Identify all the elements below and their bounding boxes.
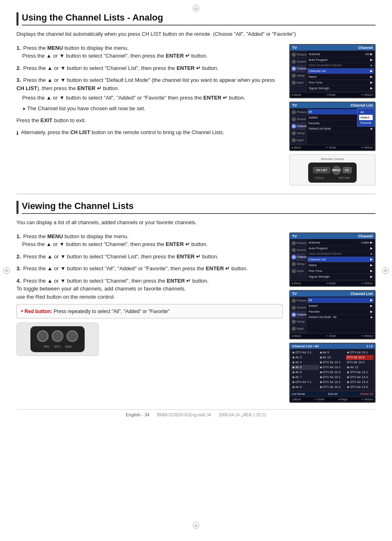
cl-item: ◈ Air 8 <box>291 385 319 390</box>
s2-step1-num: 1. <box>16 233 21 239</box>
cl-item: ◈ DTV Air 10-3 <box>319 370 346 375</box>
tv-screen2: TV Channel List Picture Sound Channel Se… <box>289 102 376 151</box>
reg-mark-right: ⊕ <box>382 267 389 274</box>
tv1-picture: Picture <box>291 51 305 58</box>
tv3-antenna: Antenna: Cable ▶ <box>307 240 374 246</box>
tv3-footer: ♦ Move↵Enter↩ Return <box>290 281 375 286</box>
tv2-popup-all: All <box>359 109 373 115</box>
tv3-header: TV Channel <box>290 233 375 239</box>
note-label: Red button: <box>25 309 52 314</box>
s2-step2-line1: Press the ▲ or ▼ button to select "Chann… <box>23 253 218 260</box>
tv1-channel-list: Channel List▶ <box>307 68 374 74</box>
step1-num: 1. <box>16 45 21 51</box>
section2-steps: 1. Press the MENU button to display the … <box>16 232 283 403</box>
section1-title: Using the Channel Lists - Analog <box>22 12 376 26</box>
cl-item: DTV Air 10-2 <box>346 355 374 360</box>
tv2-input: Input <box>291 137 305 144</box>
section2-desc: You can display a list of all channels, … <box>16 219 376 227</box>
cl-mode-row: List Mode Add All Delete All <box>290 391 375 397</box>
tv1-header: TV Channel <box>290 45 375 51</box>
tv2-sidebar: Picture Sound Channel Setup Input All▶ A… <box>290 108 375 145</box>
cl-item: ◈ DTV Air 10-2 <box>319 380 346 385</box>
cl-item: ◈ Air 12 <box>346 365 374 370</box>
section1-step2: 2. Press the ▲ or ▼ button to select "Ch… <box>16 64 283 72</box>
tv4-left: Picture Sound Channel Setup Input <box>290 297 307 333</box>
tv1-fine-tune: Fine Tune▶ <box>307 80 374 86</box>
tv2-sound: Sound <box>291 116 305 123</box>
section2-step2: 2. Press the ▲ or ▼ button to select "Ch… <box>16 253 283 261</box>
tv1-title: TV <box>292 46 297 50</box>
tv1-name: Name▶ <box>307 74 374 80</box>
tv4-channel: Channel <box>291 311 305 318</box>
section-divider <box>16 194 376 194</box>
section2-step3: 3. Press the ▲ or ▼ button to select "Al… <box>16 265 283 273</box>
tv2-picture: Picture <box>291 109 305 116</box>
tv-screen1: TV Channel Picture Sound Channel Setup I… <box>289 44 376 98</box>
cl-item: ◈ DTV Air 10-2 <box>319 365 346 370</box>
tv-screen3: TV Channel Picture Sound Channel Setup I… <box>289 232 376 287</box>
tv4-sidebar: Picture Sound Channel Setup Input All▶ A… <box>290 297 375 333</box>
cl-list-mode: List Mode <box>292 392 305 396</box>
step2-num: 2. <box>16 65 21 71</box>
tv-screen4: TV Channel List Picture Sound Channel Se… <box>289 290 376 339</box>
cl-title: Channel List / All <box>292 344 319 348</box>
cl-item: ◈ DTV Air 10-3 <box>319 385 346 390</box>
section1-header: Using the Channel Lists - Analog <box>16 12 376 26</box>
tv2-default-mode: Default List Mode▶ <box>307 126 374 132</box>
tv3-setup: Setup <box>291 261 305 268</box>
tv2-setup: Setup <box>291 130 305 137</box>
s2-step1-line1: Press the MENU button to display the men… <box>23 233 129 239</box>
tv2-popup: All Added Favorite <box>357 108 375 127</box>
tv3-input: Input <box>291 268 305 275</box>
tv1-setup: Setup <box>291 72 305 79</box>
section2-header: Viewing the Channel Lists <box>16 201 376 214</box>
cl-grid: ◈ DTV Air 2-1 ◈ Air 9 ◈ DTV Air 10-1 ◈ A… <box>290 349 375 391</box>
step3-arrow: The Channel list you have chosen will no… <box>22 104 283 113</box>
cl-item: ◈ Air 9 <box>319 350 346 355</box>
cl-item: ◈ Air 5 <box>291 365 319 370</box>
tv2-popup-favorite: Favorite <box>359 120 373 125</box>
section2-screenshots: TV Channel Picture Sound Channel Setup I… <box>289 232 376 403</box>
tv4-footer: ♦ Move↵ Enter↩ Return <box>290 333 375 339</box>
tv3-left: Picture Sound Channel Setup Input <box>290 239 307 281</box>
tv1-footer: ♦ Move↵Enter↩ Return <box>290 92 375 98</box>
cl-footer: ◇Move↵ Enter♦ Page↩ Return <box>290 397 375 402</box>
tv3-auto-prog: Auto Program▶ <box>307 246 374 251</box>
tv3-clear-scramble: Clear Scrambled Channel▶ <box>307 251 374 257</box>
section1-step1: 1. Press the MENU button to display the … <box>16 44 283 60</box>
s2-step1-line2: Press the ▲ or ▼ button to select "Chann… <box>22 241 208 247</box>
tv4-setup: Setup <box>291 318 305 325</box>
tv1-input: Input <box>291 79 305 86</box>
section1-note: ℹ Alternately, press the CH LIST button … <box>16 129 283 137</box>
s2-step3-text: Press the ▲ or ▼ button to select "All",… <box>23 265 247 272</box>
tv2-left: Picture Sound Channel Setup Input <box>290 108 307 145</box>
s2-step2-num: 2. <box>16 253 21 260</box>
tv4-sound: Sound <box>291 304 305 311</box>
tv2-popup-added: Added <box>359 115 373 120</box>
s2-step4-text: Press the ▲ or ▼ button to select "Chann… <box>16 278 209 300</box>
tv1-auto-prog: Auto Program▶ <box>307 57 374 63</box>
cl-item: ◈ Air 4 <box>291 360 319 365</box>
cl-item: ◈ Air 7 <box>291 375 319 380</box>
tv1-left: Picture Sound Channel Setup Input <box>290 51 307 92</box>
cl-item: ◈ Air 6 <box>291 370 319 375</box>
tv1-sidebar: Picture Sound Channel Setup Input Antenn… <box>290 51 375 92</box>
tv3-sound: Sound <box>291 247 305 254</box>
note-body: Press repeatedly to select "All", "Added… <box>53 309 169 314</box>
section2-content: 1. Press the MENU button to display the … <box>16 232 376 403</box>
tv4-added: Added▶ <box>307 303 374 309</box>
cl-add-all: Add All <box>328 392 337 396</box>
tv3-channel: Channel <box>291 254 305 261</box>
section2-title: Viewing the Channel Lists <box>22 201 376 214</box>
tv3-signal-strength: Signal Strength▶ <box>307 274 374 280</box>
step3-exit: Press the EXIT button to exit. <box>16 116 283 125</box>
tv3-fine-tune: Fine Tune▶ <box>307 268 374 274</box>
tv4-title: TV <box>292 292 297 296</box>
date-info: 2008-04-14 ¿ÀÉÀ 1:20:21 <box>219 413 266 417</box>
tv4-favorite: Favorite▶ <box>307 309 374 315</box>
footer-text: English - 34 <box>126 412 150 417</box>
reg-mark-bottom: ⊕ <box>193 522 199 529</box>
cl-item: ◈ DTV Air 2-1 <box>291 350 319 355</box>
tv3-right: Antenna: Cable ▶ Auto Program▶ Clear Scr… <box>307 239 375 281</box>
section1-content: 1. Press the MENU button to display the … <box>16 44 376 186</box>
